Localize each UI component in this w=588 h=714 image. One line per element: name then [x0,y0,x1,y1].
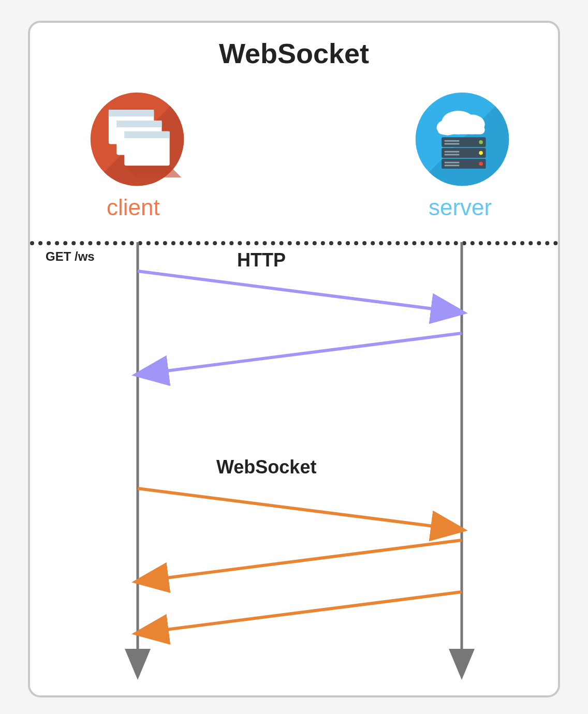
http-response-arrow [138,333,462,375]
sequence-flow [30,23,558,695]
websocket-diagram: WebSocket [28,21,560,697]
http-request-arrow [138,271,462,313]
ws-message-arrow [138,592,462,633]
ws-message-arrow [138,540,462,582]
ws-message-arrow [138,488,462,530]
